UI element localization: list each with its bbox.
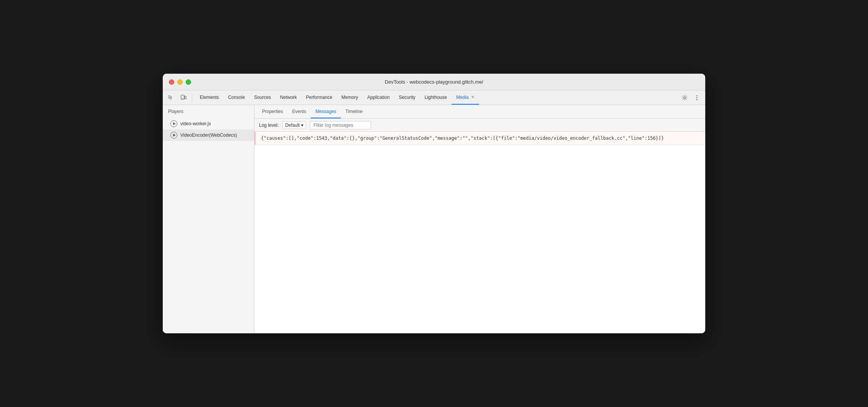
tab-network[interactable]: Network [275,90,301,105]
tab-memory[interactable]: Memory [337,90,363,105]
devtools-window: DevTools - webcodecs-playground.glitch.m… [163,74,705,333]
panel-tab-events[interactable]: Events [288,105,311,118]
traffic-lights [169,79,191,85]
main-panel: Properties Events Messages Timeline Log … [254,105,705,333]
log-level-value: Default [285,123,300,128]
svg-point-5 [696,97,698,98]
devtools-toolbar: Elements Console Sources Network Perform… [163,90,705,105]
close-button[interactable] [169,79,174,85]
sidebar-header: Players [163,105,254,118]
window-title: DevTools - webcodecs-playground.glitch.m… [385,79,483,85]
more-button[interactable] [691,92,702,103]
sidebar-item-video-worker[interactable]: video-worker.js [163,118,254,129]
toolbar-actions [679,92,702,103]
sidebar: Players video-worker.js VideoEncoder(Web… [163,105,254,333]
log-entry-text: {"causes":[],"code":1543,"data":{},"grou… [261,136,664,141]
close-tab-icon[interactable]: ✕ [471,95,474,100]
filter-log-input[interactable] [310,121,371,129]
title-bar: DevTools - webcodecs-playground.glitch.m… [163,74,705,90]
gear-icon [682,95,688,101]
tab-console[interactable]: Console [223,90,249,105]
tab-security[interactable]: Security [394,90,420,105]
svg-rect-1 [185,96,186,99]
tab-application[interactable]: Application [363,90,394,105]
tab-elements[interactable]: Elements [195,90,223,105]
settings-button[interactable] [679,92,690,103]
svg-point-6 [696,99,698,100]
tab-performance[interactable]: Performance [301,90,337,105]
log-level-select[interactable]: Default ▾ [282,121,306,129]
log-level-label: Log level: [259,123,279,128]
toolbar-divider-1 [192,94,192,102]
sidebar-item-label-video-worker: video-worker.js [180,121,211,126]
svg-point-3 [684,97,686,99]
dropdown-chevron-icon: ▾ [301,123,303,128]
tab-sources[interactable]: Sources [249,90,275,105]
panel-tab-messages[interactable]: Messages [311,105,341,118]
tab-media[interactable]: Media ✕ [452,90,479,105]
tab-lighthouse[interactable]: Lighthouse [420,90,452,105]
sidebar-item-video-encoder[interactable]: VideoEncoder(WebCodecs) [163,129,254,141]
panel-tab-properties[interactable]: Properties [257,105,288,118]
nav-tabs: Elements Console Sources Network Perform… [195,90,678,105]
log-area: {"causes":[],"code":1543,"data":{},"grou… [254,132,705,333]
device-icon [180,95,186,101]
more-icon [694,95,700,101]
sidebar-item-label-video-encoder: VideoEncoder(WebCodecs) [180,132,237,138]
play-icon-video-encoder [170,132,177,139]
inspect-element-button[interactable] [166,92,177,103]
log-entry: {"causes":[],"code":1543,"data":{},"grou… [254,132,705,145]
devtools-body: Players video-worker.js VideoEncoder(Web… [163,105,705,333]
minimize-button[interactable] [177,79,183,85]
panel-tabs: Properties Events Messages Timeline [254,105,705,119]
log-controls: Log level: Default ▾ [254,119,705,132]
device-toolbar-button[interactable] [178,92,189,103]
panel-tab-timeline[interactable]: Timeline [341,105,367,118]
cursor-icon [168,95,174,101]
play-icon-video-worker [170,120,177,127]
svg-point-4 [696,95,698,96]
maximize-button[interactable] [186,79,191,85]
